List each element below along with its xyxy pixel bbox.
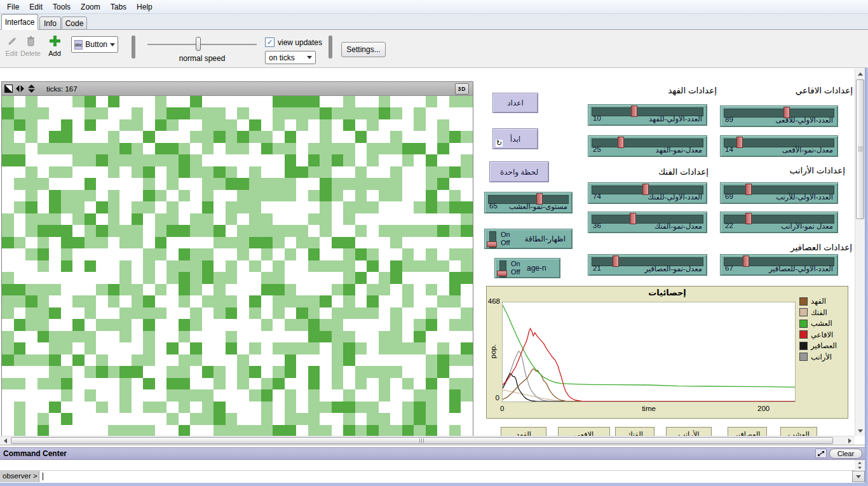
setup-button[interactable]: اعداد — [492, 93, 538, 113]
slider-growth-rate-cheetah[interactable]: 25معدل-نمو-الفهد — [588, 135, 707, 157]
monitor-cheetah: الفهد — [501, 427, 546, 436]
section-title-snakes: إعدادات الافاعي — [720, 85, 853, 95]
vertical-arrows-icon[interactable] — [27, 84, 36, 93]
switch-show-energy[interactable]: OnOff اظهار-الطاقة — [484, 229, 573, 249]
window-border-right — [865, 68, 868, 486]
world-patches-grid[interactable] — [2, 96, 473, 436]
scroll-left-button[interactable] — [0, 436, 10, 445]
menu-tools[interactable]: Tools — [48, 1, 76, 13]
slider-initial-number-birds[interactable]: 67العدد-الاولي-للعصافير — [720, 254, 838, 276]
switch-age-n[interactable]: OnOff age-n — [494, 258, 560, 278]
switch-handle[interactable] — [497, 271, 507, 276]
menu-zoom[interactable]: Zoom — [76, 1, 105, 13]
chevron-down-icon — [307, 56, 312, 59]
vertical-scrollbar[interactable] — [855, 69, 865, 436]
legend-swatch — [799, 320, 808, 328]
scroll-up-button[interactable] — [855, 460, 865, 465]
slider-label: معدل-نمو-الفهد — [656, 145, 702, 154]
menu-bar: File Edit Tools Zoom Tabs Help — [0, 0, 868, 14]
slider-label: العدد-الاولي-للافعى — [776, 116, 833, 125]
plot-legend: الفهد الفنك العشب الافاعي العصافير الأرا… — [799, 297, 837, 361]
tab-info[interactable]: Info — [39, 17, 61, 30]
slider-value: 89 — [725, 116, 733, 125]
arrow-right-icon — [848, 438, 851, 443]
monitor-snake: الافعى — [558, 427, 610, 436]
trash-icon — [19, 34, 42, 50]
add-button[interactable]: Add — [43, 34, 66, 57]
slider-value: 65 — [489, 202, 498, 211]
slider-growth-rate-snake[interactable]: 14معدل-نمو-الأفعى — [720, 135, 838, 157]
section-title-cheetah: إعدادات الفهد — [588, 85, 717, 95]
population-plot: إحصائيات 468 0 pop. 0 time 200 الفهد الف… — [486, 286, 848, 419]
delete-button[interactable]: Delete — [19, 34, 42, 57]
3d-view-button[interactable]: 3D — [455, 83, 469, 95]
slider-value: 69 — [725, 192, 733, 201]
switch-handle[interactable] — [487, 241, 497, 247]
world-view[interactable]: ticks: 167 3D — [1, 81, 473, 436]
speed-slider-track[interactable] — [147, 44, 257, 45]
horizontal-scrollbar[interactable] — [0, 436, 855, 445]
tab-interface[interactable]: Interface — [1, 14, 38, 30]
slider-growth-rate-birds[interactable]: 21معدل-نمو-العصافير — [588, 254, 707, 276]
slider-initial-number-rabbit[interactable]: 69العدد-الاولي-للأرنب — [720, 182, 838, 204]
horizontal-scrollbar-thumb[interactable] — [11, 437, 833, 444]
plot-title: إحصائيات — [487, 288, 848, 297]
scroll-down-button[interactable] — [855, 426, 865, 436]
command-output-area[interactable] — [0, 460, 855, 471]
menu-tabs[interactable]: Tabs — [105, 1, 132, 13]
menu-file[interactable]: File — [2, 1, 24, 13]
detach-command-center-button[interactable] — [815, 449, 827, 458]
update-mode-dropdown[interactable]: on ticks — [265, 51, 316, 64]
slider-value: 74 — [593, 192, 601, 201]
scroll-up-button[interactable] — [855, 69, 865, 79]
scroll-down-button[interactable] — [855, 465, 865, 470]
widget-type-dropdown[interactable]: abc Button — [71, 36, 118, 53]
chevron-down-icon — [110, 43, 115, 46]
netlogo-window: File Edit Tools Zoom Tabs Help Interface… — [0, 0, 868, 486]
slider-grass-growth-level[interactable]: 65مستوى-نمو-العشب — [484, 192, 573, 213]
legend-swatch — [799, 353, 808, 361]
command-center-title: Command Center — [3, 449, 67, 458]
resize-view-icon[interactable] — [4, 84, 13, 93]
speed-slider-label: normal speed — [147, 54, 257, 63]
slider-growth-rate-fennec[interactable]: 36معدل-نمو-الفنك — [588, 212, 707, 233]
world-view-header: ticks: 167 3D — [2, 82, 473, 96]
scroll-right-button[interactable] — [844, 436, 855, 445]
slider-initial-number-fennec[interactable]: 74العدد-الاولي-للفنك — [588, 182, 707, 204]
go-once-button[interactable]: لحظة واحدة — [489, 161, 549, 182]
horizontal-arrows-icon[interactable] — [16, 84, 24, 93]
tab-code[interactable]: Code — [62, 17, 87, 30]
clear-button[interactable]: Clear — [829, 449, 862, 459]
settings-button[interactable]: Settings... — [341, 42, 386, 57]
command-input-row: observer > — [0, 471, 865, 482]
switch-label: age-n — [527, 259, 546, 278]
slider-label: العدد-الاولي-للفهد — [649, 114, 702, 123]
window-border-bottom — [0, 483, 868, 486]
arrow-left-icon — [4, 438, 7, 443]
slider-label: معدل-نمو-العصافير — [644, 264, 702, 273]
slider-value: 22 — [725, 222, 733, 231]
legend-item: الفهد — [799, 297, 837, 306]
slider-initial-number-cheetah[interactable]: 10العدد-الاولي-للفهد — [588, 104, 707, 126]
output-mini-scrollbar[interactable] — [855, 460, 865, 470]
command-history-dropdown[interactable] — [852, 471, 865, 482]
vertical-scrollbar-thumb[interactable] — [856, 79, 864, 219]
slider-growth-rate-rabbits[interactable]: 22معدل نمو-الأرانب — [720, 212, 838, 233]
plus-icon — [43, 34, 66, 50]
slider-initial-number-snake[interactable]: 89العدد-الاولي-للافعى — [720, 105, 838, 127]
menu-edit[interactable]: Edit — [24, 1, 48, 13]
monitor-fennec: الفنك — [615, 427, 654, 436]
slider-label: العدد-الاولي-للفنك — [648, 192, 702, 201]
arrow-up-icon — [858, 461, 862, 464]
view-updates-checkbox[interactable]: ✓ view updates — [265, 37, 322, 47]
slider-label: العدد-الاولي-للعصافير — [769, 264, 833, 273]
slider-label: مستوى-نمو-العشب — [509, 202, 567, 211]
menu-help[interactable]: Help — [132, 1, 158, 13]
observer-prompt[interactable]: observer > — [0, 471, 39, 482]
go-button[interactable]: ↻ ابدأ — [492, 128, 538, 149]
speed-slider-handle[interactable] — [196, 37, 201, 51]
checkbox-check-icon[interactable]: ✓ — [265, 37, 275, 47]
arrow-down-icon — [858, 429, 863, 433]
legend-item: العشب — [799, 319, 837, 328]
legend-swatch — [799, 308, 808, 316]
